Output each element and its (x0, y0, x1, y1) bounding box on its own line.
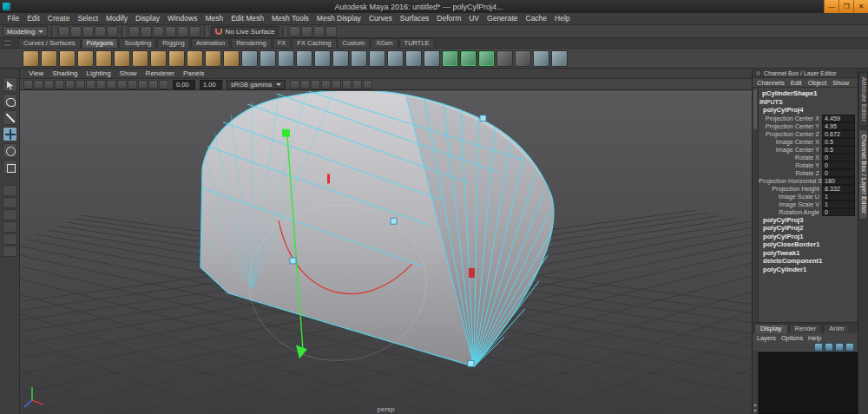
shelf-tab-rigging[interactable]: Rigging (157, 38, 189, 48)
motion-blur-icon[interactable] (342, 80, 352, 89)
menu-uv[interactable]: UV (465, 13, 483, 24)
boolean-difference-icon[interactable] (314, 50, 331, 67)
attribute-value-field[interactable]: 4.459 (822, 115, 855, 122)
multi-cut-icon[interactable] (442, 50, 458, 67)
shelf-tab-animation[interactable]: Animation (191, 38, 230, 48)
bridge-icon[interactable] (424, 50, 440, 67)
viewport-3d[interactable]: persp (20, 90, 752, 414)
shape-node-name[interactable]: pCylinderShape1 (759, 89, 858, 98)
menu-help[interactable]: Help (551, 13, 574, 24)
select-tool-icon[interactable] (3, 77, 17, 92)
smooth-icon[interactable] (351, 50, 367, 67)
menu-select[interactable]: Select (74, 13, 102, 24)
extrude-icon[interactable] (387, 50, 404, 67)
attribute-name-label[interactable]: Rotate Z (759, 169, 822, 177)
sidebar-tab-attribute-editor[interactable]: Attribute Editor (858, 72, 868, 127)
save-scene-icon[interactable] (82, 26, 94, 37)
attribute-value-field[interactable]: 8.332 (822, 185, 855, 193)
poly-sphere-icon[interactable] (23, 50, 39, 67)
poly-plane-icon[interactable] (114, 50, 130, 67)
quad-draw-icon[interactable] (460, 50, 477, 67)
shelf-tab-arrow-icon[interactable] (3, 39, 12, 43)
render-settings-icon[interactable] (326, 26, 337, 37)
new-layer-assign-selected-icon[interactable] (835, 343, 844, 352)
exposure-field[interactable]: 0.00 (173, 80, 195, 89)
menu-edit-mesh[interactable]: Edit Mesh (227, 13, 268, 24)
layer-menu-layers[interactable]: Layers (755, 334, 778, 342)
y-axis-top-handle[interactable] (282, 129, 290, 137)
insert-edge-loop-icon[interactable] (496, 50, 513, 67)
shelf-tab-rendering[interactable]: Rendering (231, 38, 272, 48)
select-camera-icon[interactable] (23, 80, 33, 89)
sculpt-tool-icon[interactable] (551, 50, 568, 67)
snap-to-view-plane-icon[interactable] (177, 26, 188, 37)
poly-pyramid-icon[interactable] (168, 50, 185, 67)
history-node-name[interactable]: polyCylProj3 (759, 216, 858, 225)
shelf-tab-polygons[interactable]: Polygons (82, 38, 119, 48)
bookmarks-icon[interactable] (55, 80, 64, 89)
menu-cache[interactable]: Cache (522, 13, 551, 24)
menu-surfaces[interactable]: Surfaces (396, 13, 433, 24)
combine-icon[interactable] (241, 50, 258, 67)
menu-mesh-display[interactable]: Mesh Display (312, 13, 365, 24)
x-axis-box-handle[interactable] (469, 268, 475, 278)
menu-mesh[interactable]: Mesh (201, 13, 227, 24)
attribute-name-label[interactable]: Rotate Y (759, 161, 822, 169)
attribute-value-field[interactable]: 4.95 (822, 122, 855, 130)
scale-tool-icon[interactable] (3, 160, 17, 174)
two-d-pan-zoom-icon[interactable] (76, 80, 85, 89)
toggle-layer-visibility-icon[interactable] (814, 343, 823, 352)
lighting-toggle-icon[interactable] (311, 80, 320, 89)
layout-persp-graph-editor-button[interactable] (3, 221, 17, 233)
shelf-tab-sculpting[interactable]: Sculpting (119, 38, 156, 48)
scroll-up-arrow-icon[interactable] (753, 402, 758, 408)
panel-menu-lighting[interactable]: Lighting (83, 69, 115, 77)
layout-single-pane-button[interactable] (3, 185, 17, 196)
reduce-icon[interactable] (369, 50, 385, 67)
ipr-render-icon[interactable] (313, 26, 325, 37)
panel-menu-renderer[interactable]: Renderer (142, 69, 178, 77)
minimize-button[interactable]: — (824, 0, 838, 13)
isolate-select-icon[interactable] (363, 80, 372, 89)
layer-editor-tab-display[interactable]: Display (754, 324, 788, 333)
panel-menu-view[interactable]: View (25, 69, 47, 77)
attribute-name-label[interactable]: Image Center Y (759, 146, 822, 154)
attribute-name-label[interactable]: Image Center X (759, 138, 822, 146)
attribute-value-field[interactable]: 1 (822, 193, 855, 200)
menu-generate[interactable]: Generate (483, 13, 522, 24)
history-node-name[interactable]: deleteComponent1 (759, 257, 858, 266)
snap-to-projected-center-icon[interactable] (165, 26, 176, 37)
attribute-value-field[interactable]: 0 (822, 154, 855, 161)
attribute-value-field[interactable]: 0.5 (822, 146, 855, 154)
layout-four-pane-button[interactable] (3, 197, 17, 208)
poly-cube-icon[interactable] (41, 50, 57, 67)
panel-menu-panels[interactable]: Panels (180, 69, 207, 77)
live-surface-field[interactable]: No Live Surface (211, 26, 279, 36)
camera-attributes-icon[interactable] (44, 80, 54, 89)
grid-toggle-icon[interactable] (96, 80, 106, 89)
target-weld-icon[interactable] (478, 50, 495, 67)
attribute-value-field[interactable]: 1 (822, 200, 855, 208)
shelf-menu-icon[interactable] (3, 43, 12, 47)
poly-cylinder-icon[interactable] (59, 50, 76, 67)
layout-hypershade-button[interactable] (3, 233, 17, 245)
layer-list[interactable] (759, 352, 858, 414)
attribute-name-label[interactable]: Rotation Angle (759, 208, 822, 216)
new-empty-layer-icon[interactable] (825, 343, 833, 352)
channel-box-scrollbar[interactable] (753, 88, 759, 322)
history-node-name[interactable]: polyCylProj1 (759, 233, 858, 241)
rotate-tool-icon[interactable] (3, 143, 17, 158)
safe-title-icon[interactable] (159, 80, 168, 89)
menu-file[interactable]: File (3, 13, 23, 24)
boolean-union-icon[interactable] (296, 50, 312, 67)
lasso-select-tool-icon[interactable] (3, 94, 17, 108)
layer-list-options-icon[interactable] (845, 343, 854, 352)
poly-torus-icon[interactable] (95, 50, 112, 67)
gamma-field[interactable]: 1.00 (200, 80, 222, 89)
poly-platonic-solid-icon[interactable] (150, 50, 167, 67)
separate-icon[interactable] (260, 50, 276, 67)
mirror-icon[interactable] (533, 50, 549, 67)
snap-to-curve-icon[interactable] (141, 26, 152, 37)
shelf-tab-curves-surfaces[interactable]: Curves / Surfaces (18, 38, 81, 48)
image-plane-icon[interactable] (65, 80, 75, 89)
